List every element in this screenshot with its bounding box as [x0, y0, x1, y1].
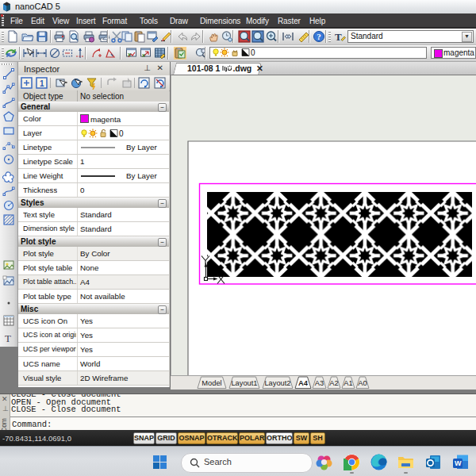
svg-text:A1: A1 — [344, 379, 352, 387]
svg-text:Model: Model — [202, 379, 221, 387]
svg-text:A4: A4 — [298, 379, 309, 387]
svg-text:?: ? — [317, 32, 321, 41]
svg-text:A2: A2 — [329, 379, 338, 387]
svg-text:A3: A3 — [315, 379, 324, 387]
svg-text:W: W — [455, 459, 462, 467]
svg-text:T: T — [335, 31, 342, 43]
svg-text:T: T — [5, 332, 11, 344]
svg-text:1: 1 — [40, 79, 44, 88]
svg-text:A0: A0 — [358, 379, 367, 387]
svg-text:X: X — [142, 53, 145, 58]
svg-text:0: 0 — [251, 48, 255, 57]
svg-text:Layout1: Layout1 — [231, 379, 257, 387]
svg-text:X: X — [128, 52, 131, 57]
svg-text:Layout2: Layout2 — [264, 379, 290, 387]
svg-text:0: 0 — [119, 129, 124, 138]
